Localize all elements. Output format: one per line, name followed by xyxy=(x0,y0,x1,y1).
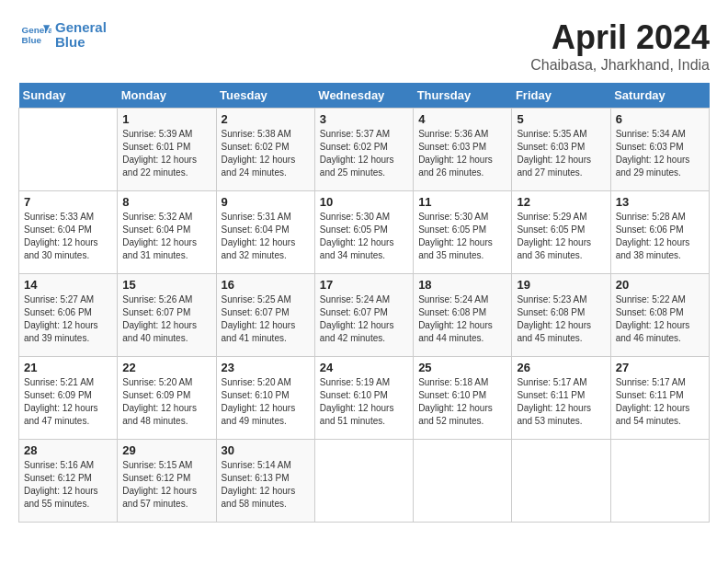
calendar-cell: 12Sunrise: 5:29 AM Sunset: 6:05 PM Dayli… xyxy=(512,191,610,274)
calendar-cell: 30Sunrise: 5:14 AM Sunset: 6:13 PM Dayli… xyxy=(216,440,314,523)
calendar-week-2: 7Sunrise: 5:33 AM Sunset: 6:04 PM Daylig… xyxy=(19,191,710,274)
day-number: 26 xyxy=(517,361,605,374)
calendar-cell: 13Sunrise: 5:28 AM Sunset: 6:06 PM Dayli… xyxy=(610,191,709,274)
day-number: 4 xyxy=(418,112,506,126)
day-number: 25 xyxy=(418,361,506,374)
day-info: Sunrise: 5:14 AM Sunset: 6:13 PM Dayligh… xyxy=(222,459,310,511)
calendar-cell: 11Sunrise: 5:30 AM Sunset: 6:05 PM Dayli… xyxy=(414,191,512,274)
day-info: Sunrise: 5:29 AM Sunset: 6:05 PM Dayligh… xyxy=(517,211,605,262)
day-info: Sunrise: 5:24 AM Sunset: 6:08 PM Dayligh… xyxy=(418,293,506,345)
day-info: Sunrise: 5:20 AM Sunset: 6:10 PM Dayligh… xyxy=(222,376,310,428)
calendar-cell: 7Sunrise: 5:33 AM Sunset: 6:04 PM Daylig… xyxy=(19,191,118,274)
calendar-cell: 21Sunrise: 5:21 AM Sunset: 6:09 PM Dayli… xyxy=(19,357,118,440)
calendar-cell: 22Sunrise: 5:20 AM Sunset: 6:09 PM Dayli… xyxy=(118,357,216,440)
day-number: 29 xyxy=(122,443,210,457)
day-info: Sunrise: 5:27 AM Sunset: 6:06 PM Dayligh… xyxy=(24,293,112,345)
day-info: Sunrise: 5:38 AM Sunset: 6:02 PM Dayligh… xyxy=(222,128,310,179)
day-info: Sunrise: 5:34 AM Sunset: 6:03 PM Dayligh… xyxy=(616,128,704,179)
day-info: Sunrise: 5:24 AM Sunset: 6:07 PM Dayligh… xyxy=(320,293,408,345)
svg-text:Blue: Blue xyxy=(22,35,42,45)
day-number: 9 xyxy=(222,195,310,209)
subtitle: Chaibasa, Jharkhand, India xyxy=(530,57,710,74)
day-number: 3 xyxy=(320,112,408,126)
calendar-week-4: 21Sunrise: 5:21 AM Sunset: 6:09 PM Dayli… xyxy=(19,357,710,440)
calendar-cell xyxy=(314,440,413,523)
calendar-cell: 16Sunrise: 5:25 AM Sunset: 6:07 PM Dayli… xyxy=(216,274,314,357)
day-number: 1 xyxy=(122,112,210,126)
calendar-cell: 24Sunrise: 5:19 AM Sunset: 6:10 PM Dayli… xyxy=(314,357,413,440)
weekday-header-tuesday: Tuesday xyxy=(216,83,314,109)
day-number: 23 xyxy=(222,361,310,374)
calendar-cell: 28Sunrise: 5:16 AM Sunset: 6:12 PM Dayli… xyxy=(19,440,118,523)
calendar-cell: 18Sunrise: 5:24 AM Sunset: 6:08 PM Dayli… xyxy=(414,274,512,357)
weekday-header-monday: Monday xyxy=(118,83,216,109)
calendar-week-3: 14Sunrise: 5:27 AM Sunset: 6:06 PM Dayli… xyxy=(19,274,710,357)
calendar-cell: 20Sunrise: 5:22 AM Sunset: 6:08 PM Dayli… xyxy=(610,274,709,357)
day-info: Sunrise: 5:17 AM Sunset: 6:11 PM Dayligh… xyxy=(616,376,704,428)
calendar-cell: 6Sunrise: 5:34 AM Sunset: 6:03 PM Daylig… xyxy=(610,109,709,191)
day-info: Sunrise: 5:28 AM Sunset: 6:06 PM Dayligh… xyxy=(616,211,704,262)
calendar-cell: 25Sunrise: 5:18 AM Sunset: 6:10 PM Dayli… xyxy=(414,357,512,440)
day-number: 22 xyxy=(122,361,210,374)
calendar-cell: 5Sunrise: 5:35 AM Sunset: 6:03 PM Daylig… xyxy=(512,109,610,191)
day-info: Sunrise: 5:25 AM Sunset: 6:07 PM Dayligh… xyxy=(222,293,310,345)
title-block: April 2024 Chaibasa, Jharkhand, India xyxy=(530,18,710,74)
day-info: Sunrise: 5:18 AM Sunset: 6:10 PM Dayligh… xyxy=(418,376,506,428)
day-info: Sunrise: 5:22 AM Sunset: 6:08 PM Dayligh… xyxy=(616,293,704,345)
calendar-cell: 27Sunrise: 5:17 AM Sunset: 6:11 PM Dayli… xyxy=(610,357,709,440)
day-number: 12 xyxy=(517,195,605,209)
calendar-week-5: 28Sunrise: 5:16 AM Sunset: 6:12 PM Dayli… xyxy=(19,440,710,523)
calendar-cell: 17Sunrise: 5:24 AM Sunset: 6:07 PM Dayli… xyxy=(314,274,413,357)
day-number: 8 xyxy=(122,195,210,209)
calendar-cell: 15Sunrise: 5:26 AM Sunset: 6:07 PM Dayli… xyxy=(118,274,216,357)
weekday-header-friday: Friday xyxy=(512,83,610,109)
calendar-cell: 29Sunrise: 5:15 AM Sunset: 6:12 PM Dayli… xyxy=(118,440,216,523)
day-info: Sunrise: 5:19 AM Sunset: 6:10 PM Dayligh… xyxy=(320,376,408,428)
calendar-body: 1Sunrise: 5:39 AM Sunset: 6:01 PM Daylig… xyxy=(19,109,710,523)
calendar-cell xyxy=(512,440,610,523)
day-info: Sunrise: 5:31 AM Sunset: 6:04 PM Dayligh… xyxy=(222,211,310,262)
day-number: 17 xyxy=(320,278,408,292)
day-number: 19 xyxy=(517,278,605,292)
calendar-cell: 2Sunrise: 5:38 AM Sunset: 6:02 PM Daylig… xyxy=(216,109,314,191)
weekday-header-saturday: Saturday xyxy=(610,83,709,109)
calendar-cell: 23Sunrise: 5:20 AM Sunset: 6:10 PM Dayli… xyxy=(216,357,314,440)
calendar-cell: 10Sunrise: 5:30 AM Sunset: 6:05 PM Dayli… xyxy=(314,191,413,274)
day-info: Sunrise: 5:15 AM Sunset: 6:12 PM Dayligh… xyxy=(122,459,210,511)
day-info: Sunrise: 5:30 AM Sunset: 6:05 PM Dayligh… xyxy=(320,211,408,262)
logo-text-general: General xyxy=(55,20,107,36)
day-number: 15 xyxy=(122,278,210,292)
day-info: Sunrise: 5:17 AM Sunset: 6:11 PM Dayligh… xyxy=(517,376,605,428)
day-number: 27 xyxy=(616,361,704,374)
calendar-cell: 3Sunrise: 5:37 AM Sunset: 6:02 PM Daylig… xyxy=(314,109,413,191)
calendar-cell xyxy=(19,109,118,191)
logo-text-blue: Blue xyxy=(55,35,85,51)
calendar-cell: 14Sunrise: 5:27 AM Sunset: 6:06 PM Dayli… xyxy=(19,274,118,357)
calendar-cell: 19Sunrise: 5:23 AM Sunset: 6:08 PM Dayli… xyxy=(512,274,610,357)
day-info: Sunrise: 5:36 AM Sunset: 6:03 PM Dayligh… xyxy=(418,128,506,179)
calendar-cell: 8Sunrise: 5:32 AM Sunset: 6:04 PM Daylig… xyxy=(118,191,216,274)
day-number: 16 xyxy=(222,278,310,292)
day-info: Sunrise: 5:23 AM Sunset: 6:08 PM Dayligh… xyxy=(517,293,605,345)
day-number: 28 xyxy=(24,443,112,457)
day-number: 14 xyxy=(24,278,112,292)
day-info: Sunrise: 5:16 AM Sunset: 6:12 PM Dayligh… xyxy=(24,459,112,511)
day-info: Sunrise: 5:32 AM Sunset: 6:04 PM Dayligh… xyxy=(122,211,210,262)
day-number: 11 xyxy=(418,195,506,209)
day-number: 6 xyxy=(616,112,704,126)
calendar-cell: 9Sunrise: 5:31 AM Sunset: 6:04 PM Daylig… xyxy=(216,191,314,274)
calendar-cell xyxy=(610,440,709,523)
calendar-cell: 26Sunrise: 5:17 AM Sunset: 6:11 PM Dayli… xyxy=(512,357,610,440)
day-info: Sunrise: 5:26 AM Sunset: 6:07 PM Dayligh… xyxy=(122,293,210,345)
day-info: Sunrise: 5:33 AM Sunset: 6:04 PM Dayligh… xyxy=(24,211,112,262)
day-number: 21 xyxy=(24,361,112,374)
day-info: Sunrise: 5:30 AM Sunset: 6:05 PM Dayligh… xyxy=(418,211,506,262)
logo: General Blue General Blue xyxy=(18,18,107,52)
weekday-header-row: SundayMondayTuesdayWednesdayThursdayFrid… xyxy=(19,83,710,109)
weekday-header-wednesday: Wednesday xyxy=(314,83,413,109)
calendar-cell xyxy=(414,440,512,523)
logo-icon: General Blue xyxy=(18,18,51,52)
day-number: 20 xyxy=(616,278,704,292)
day-number: 10 xyxy=(320,195,408,209)
day-info: Sunrise: 5:37 AM Sunset: 6:02 PM Dayligh… xyxy=(320,128,408,179)
